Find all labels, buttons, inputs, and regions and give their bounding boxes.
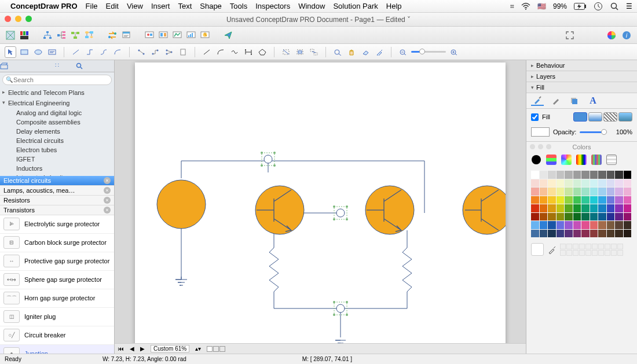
tree-category[interactable]: Electrical Engineering [0, 98, 114, 108]
fill-hatch-button[interactable] [603, 112, 617, 122]
open-library-row[interactable]: Electrical circuits× [0, 176, 114, 186]
spotlight-icon[interactable] [610, 2, 619, 11]
color-swatch[interactable] [557, 171, 565, 179]
color-swatch[interactable] [540, 204, 548, 212]
color-swatch[interactable] [540, 230, 548, 238]
color-swatch[interactable] [548, 221, 556, 229]
color-swatch[interactable] [565, 204, 573, 212]
shape-row[interactable]: ○╱Circuit breaker [0, 326, 114, 345]
color-spectrum-tab-icon[interactable] [576, 155, 587, 165]
tree-item[interactable]: Delay elements [0, 127, 114, 136]
color-swatch[interactable] [624, 187, 632, 196]
color-palettes-tab-icon[interactable] [561, 155, 572, 165]
menu-shape[interactable]: Shape [200, 2, 222, 10]
bounds-3-icon[interactable] [308, 46, 320, 58]
menu-help[interactable]: Help [386, 2, 402, 10]
inspector-section-behaviour[interactable]: Behaviour [526, 60, 637, 71]
color-swatch[interactable] [615, 196, 623, 204]
ellipse-tool-icon[interactable] [32, 46, 44, 58]
shape-row[interactable]: ↤↦Sphere gap surge protector [0, 271, 114, 289]
zoom-in-icon[interactable] [448, 46, 460, 58]
color-swatch[interactable] [557, 230, 565, 238]
clock-icon[interactable] [594, 2, 603, 11]
fill-tab-shadow-icon[interactable] [568, 95, 581, 106]
color-swatch[interactable] [607, 204, 615, 212]
color-swatch[interactable] [531, 213, 539, 221]
scroll-next-icon[interactable]: ▶ [140, 345, 145, 352]
menu-text[interactable]: Text [178, 2, 192, 10]
recent-colors-grid[interactable] [560, 244, 623, 256]
menu-insert[interactable]: Insert [151, 2, 170, 10]
tree-item[interactable]: Inductors [0, 164, 114, 173]
color-swatch[interactable] [548, 196, 556, 204]
eraser-tool-icon[interactable] [360, 46, 371, 58]
zoom-stepper-icon[interactable]: ▴▾ [195, 345, 201, 352]
color-swatch[interactable] [598, 230, 606, 238]
sidebar-tab-search[interactable] [76, 61, 114, 71]
color-swatch[interactable] [565, 221, 573, 229]
color-swatch[interactable] [581, 171, 590, 179]
select-tool-icon[interactable] [5, 46, 16, 58]
align-2-icon[interactable] [149, 46, 161, 58]
shape-row[interactable]: ⊟Carbon block surge protector [0, 234, 114, 252]
flag-icon[interactable]: 🇺🇸 [537, 2, 546, 10]
shape-row[interactable]: ↔Protective gap surge protector [0, 252, 114, 271]
fill-gradient-button[interactable] [588, 112, 602, 122]
color-swatch[interactable] [590, 230, 598, 238]
color-swatch[interactable] [581, 204, 590, 212]
close-window-button[interactable] [5, 16, 11, 22]
color-list-tab-icon[interactable] [606, 155, 617, 165]
color-swatch[interactable] [548, 179, 556, 187]
color-swatch[interactable] [573, 196, 581, 204]
color-swatch[interactable] [624, 221, 632, 229]
text-box-icon[interactable] [46, 46, 58, 58]
presentation3-icon[interactable] [171, 30, 183, 41]
color-swatch[interactable] [590, 171, 598, 179]
zoom-window-button[interactable] [25, 16, 32, 22]
color-swatch[interactable] [590, 179, 598, 187]
app-name[interactable]: ConceptDraw PRO [10, 2, 78, 10]
close-library-button[interactable]: × [104, 177, 111, 184]
color-swatch[interactable] [607, 213, 615, 221]
color-swatch[interactable] [557, 179, 565, 187]
color-swatch[interactable] [540, 221, 548, 229]
color-swatch[interactable] [615, 230, 623, 238]
tree-diagram-icon[interactable] [42, 30, 53, 41]
color-swatch[interactable] [565, 196, 573, 204]
fill-solid-button[interactable] [573, 112, 587, 122]
color-swatch[interactable] [615, 221, 623, 229]
eyedropper-tool-icon[interactable] [374, 46, 385, 58]
color-swatch[interactable] [615, 187, 623, 196]
color-pencils-tab-icon[interactable] [591, 155, 602, 165]
connector-curve-icon[interactable] [98, 46, 109, 58]
color-swatch[interactable] [607, 187, 615, 196]
color-wheel-tab-icon[interactable] [531, 155, 541, 165]
color-swatch[interactable] [590, 221, 598, 229]
color-swatch[interactable] [565, 230, 573, 238]
tree-item[interactable]: IGFET [0, 155, 114, 164]
color-swatch[interactable] [581, 230, 590, 238]
inspector-section-layers[interactable]: Layers [526, 71, 637, 82]
menu-tools[interactable]: Tools [230, 2, 247, 10]
color-swatch[interactable] [590, 213, 598, 221]
info-icon[interactable]: i [621, 30, 632, 41]
close-library-button[interactable]: × [104, 197, 111, 204]
page-thumb[interactable] [207, 346, 225, 352]
color-swatch[interactable] [573, 213, 581, 221]
line-tool-icon[interactable] [201, 46, 213, 58]
wifi-icon[interactable] [521, 2, 530, 11]
color-swatch[interactable] [540, 213, 548, 221]
color-swatch[interactable] [615, 204, 623, 212]
zoom-label[interactable]: Custom 61% [151, 345, 189, 352]
menu-window[interactable]: Window [298, 2, 325, 10]
page-tool-icon[interactable] [177, 46, 189, 58]
zoom-out-icon[interactable] [397, 46, 409, 58]
menu-extra-icon[interactable]: ⌗ [510, 2, 514, 10]
color-swatch[interactable] [557, 196, 565, 204]
presentation2-icon[interactable] [158, 30, 169, 41]
drawing-page[interactable] [135, 62, 506, 343]
zoom-tool-icon[interactable] [332, 46, 343, 58]
open-library-row[interactable]: Resistors× [0, 196, 114, 205]
fill-color-swatch[interactable] [531, 127, 550, 137]
color-swatch[interactable] [548, 213, 556, 221]
